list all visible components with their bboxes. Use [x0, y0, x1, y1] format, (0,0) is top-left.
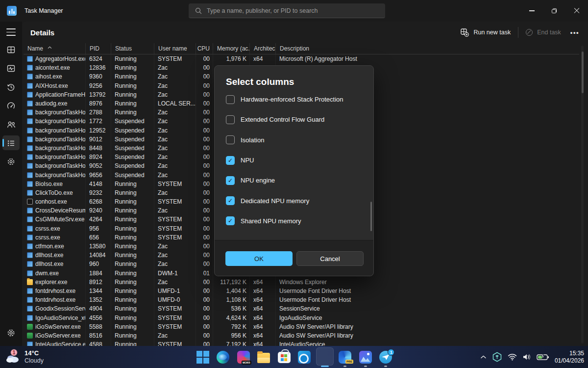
column-option[interactable]: Extended Control Flow Guard: [226, 109, 368, 130]
column-header-description[interactable]: Description: [276, 43, 579, 54]
clock[interactable]: 15:35 01/04/2026: [555, 350, 584, 364]
column-option[interactable]: Dedicated NPU memory: [226, 190, 368, 210]
weather-widget[interactable]: 1 14°C Cloudy: [5, 346, 44, 368]
user-cell: LOCAL SER...: [154, 99, 196, 108]
process-name-cell: ApplicationFrameHos...: [24, 90, 86, 99]
ok-button[interactable]: OK: [225, 251, 293, 266]
tray-chevron-icon[interactable]: [480, 355, 487, 359]
checkbox-unchecked-icon[interactable]: [226, 95, 235, 104]
process-name-cell: GoodixSessionServic...: [24, 304, 86, 313]
maximize-button[interactable]: [543, 0, 565, 22]
volume-icon[interactable]: [522, 353, 531, 361]
sidebar-item-details[interactable]: [0, 133, 22, 152]
users-icon: [6, 120, 16, 129]
checkbox-checked-icon[interactable]: [226, 216, 235, 225]
search-input[interactable]: Type a name, publisher, or PID to search: [189, 3, 385, 18]
minimize-button[interactable]: [520, 0, 543, 22]
run-new-task-icon: [461, 28, 469, 37]
table-row[interactable]: explorer.exe8912RunningZac00117,192 Kx64…: [24, 278, 579, 287]
column-header-cpu[interactable]: CPU: [196, 43, 213, 54]
checkbox-unchecked-icon[interactable]: [226, 115, 235, 124]
checkbox-unchecked-icon[interactable]: [226, 135, 235, 144]
taskbar-icon-photos[interactable]: [355, 346, 376, 368]
taskbar-icon-copilot[interactable]: PRE: [335, 346, 356, 368]
column-option[interactable]: Hardware-enforced Stack Protection: [226, 89, 368, 109]
outlook-icon: [298, 351, 311, 364]
end-task-button[interactable]: End task: [526, 29, 561, 36]
sidebar-item-users[interactable]: [0, 115, 22, 133]
cpu-cell: 00: [196, 144, 213, 153]
running-indicator: [321, 366, 329, 367]
table-row[interactable]: GoodixSessionServic...4904RunningSYSTEM0…: [24, 304, 579, 313]
pid-cell: 13580: [86, 242, 111, 251]
column-header-pid[interactable]: PID: [86, 43, 111, 54]
sidebar-item-settings[interactable]: [0, 323, 22, 342]
checkbox-checked-icon[interactable]: [226, 196, 235, 205]
table-row[interactable]: iGoSwServer.exe8516RunningZac00956 Kx64A…: [24, 331, 579, 340]
hexagon-app-icon[interactable]: [492, 352, 502, 362]
dialog-scrollbar-thumb[interactable]: [370, 202, 372, 231]
sidebar-item-processes[interactable]: [0, 40, 22, 59]
table-scrollbar-thumb[interactable]: [582, 52, 584, 93]
table-row[interactable]: IgoAudioService_x64...4556RunningSYSTEM0…: [24, 313, 579, 322]
sidebar-item-services[interactable]: [0, 152, 22, 171]
more-options-button[interactable]: •••: [568, 29, 581, 36]
column-header-memory-ac[interactable]: Memory (ac...: [213, 43, 250, 54]
pid-cell: 9240: [86, 206, 111, 215]
user-cell: Zac: [154, 108, 196, 117]
pid-cell: 9360: [86, 72, 111, 81]
checkbox-checked-icon[interactable]: [226, 156, 235, 165]
column-header-name[interactable]: Name: [24, 43, 86, 54]
end-task-icon: [526, 29, 533, 36]
table-row[interactable]: AggregatorHost.exe6324RunningSYSTEM001,9…: [24, 54, 579, 63]
column-option-label: Shared NPU memory: [241, 217, 301, 225]
table-scrollbar[interactable]: [581, 46, 584, 343]
process-name-cell: backgroundTaskHost...: [24, 126, 86, 135]
explorer-icon: [257, 353, 270, 363]
table-row[interactable]: fontdrvhost.exe1344RunningUMFD-1001,404 …: [24, 287, 579, 295]
app-process-icon: [27, 288, 33, 294]
column-header-status[interactable]: Status: [111, 43, 154, 54]
table-row[interactable]: iGoSwServer.exe5588RunningSYSTEM00792 Kx…: [24, 322, 579, 331]
pid-cell: 4148: [86, 180, 111, 188]
cpu-cell: 00: [196, 99, 213, 108]
arch-cell: x64: [250, 304, 276, 313]
run-new-task-button[interactable]: Run new task: [461, 28, 511, 37]
column-option[interactable]: Isolation: [226, 130, 368, 150]
cpu-cell: 00: [196, 180, 213, 188]
navigation-menu-button[interactable]: [6, 28, 16, 36]
sidebar-item-performance[interactable]: [0, 59, 22, 78]
column-option[interactable]: NPU engine: [226, 170, 368, 190]
cpu-cell: 00: [196, 251, 213, 260]
mem-cell: 4,624 K: [213, 313, 250, 322]
taskbar-icon-m365[interactable]: M365: [233, 346, 254, 368]
taskbar-icon-store[interactable]: [274, 346, 294, 368]
column-header-architec[interactable]: Architec...: [250, 43, 276, 54]
wifi-icon[interactable]: [508, 353, 517, 361]
checkbox-checked-icon[interactable]: [226, 176, 235, 185]
sidebar-item-app-history[interactable]: [0, 78, 22, 96]
sidebar-item-startup-apps[interactable]: [0, 96, 22, 115]
user-cell: SYSTEM: [154, 215, 196, 224]
taskbar-icon-outlook[interactable]: [294, 346, 315, 368]
table-row[interactable]: fontdrvhost.exe1352RunningUMFD-0001,108 …: [24, 295, 579, 304]
process-name: CrossDeviceResume.e...: [35, 207, 86, 214]
column-option[interactable]: Shared NPU memory: [226, 211, 368, 231]
taskbar-icon-explorer[interactable]: [254, 346, 274, 368]
close-button[interactable]: [565, 0, 588, 22]
taskbar-icon-start[interactable]: [193, 346, 213, 368]
column-option[interactable]: NPU: [226, 150, 368, 170]
taskbar-icon-edge[interactable]: [213, 346, 234, 368]
user-cell: Zac: [154, 170, 196, 179]
cancel-button[interactable]: Cancel: [296, 251, 364, 266]
app-process-icon: [27, 154, 33, 160]
pid-cell: 9012: [86, 135, 111, 144]
taskbar-icon-telegram[interactable]: 1: [376, 346, 396, 368]
battery-charging-icon[interactable]: [537, 354, 549, 361]
process-name: backgroundTaskHost...: [35, 118, 86, 125]
status-cell: Running: [111, 287, 154, 295]
store-icon: [278, 352, 291, 363]
column-header-user-name[interactable]: User name: [154, 43, 196, 54]
taskbar-icon-task-manager[interactable]: [315, 346, 335, 368]
table-row[interactable]: IntelAudioService.exe4588RunningSYSTEM00…: [24, 340, 579, 346]
